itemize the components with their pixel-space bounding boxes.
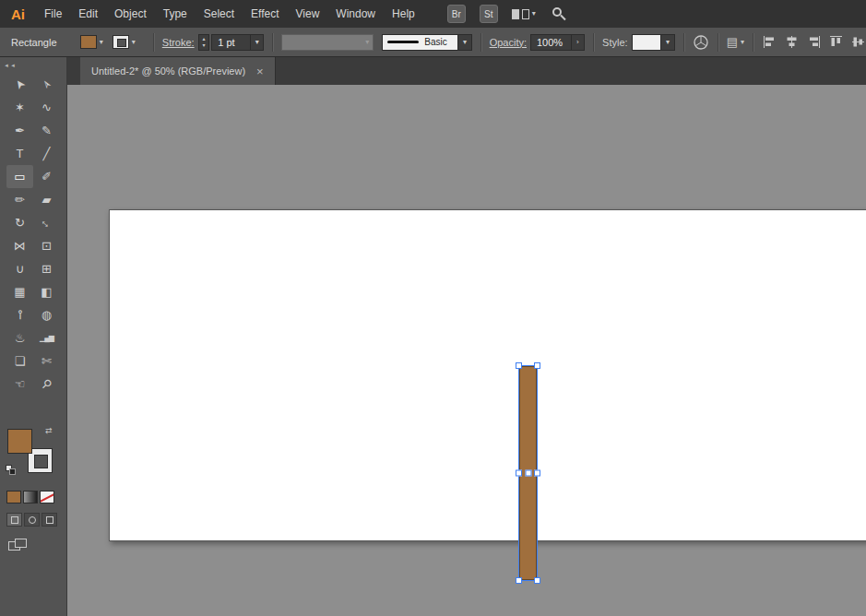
change-screen-mode-button[interactable] <box>8 539 29 551</box>
align-top-button[interactable] <box>828 34 844 50</box>
screen-mode-icon <box>15 539 27 548</box>
direct-selection-icon: ➢ <box>39 77 54 91</box>
opacity-field[interactable]: 100% <box>530 34 572 51</box>
stroke-weight-field[interactable]: 1 pt <box>211 34 251 51</box>
free-transform-icon: ⊡ <box>42 240 52 252</box>
selection-tool[interactable]: ➤ <box>6 73 33 96</box>
hand-tool[interactable]: ☜ <box>6 373 33 396</box>
gradient-icon: ◧ <box>41 286 52 298</box>
free-transform-tool[interactable]: ⊡ <box>33 234 60 257</box>
graphic-style-dropdown[interactable] <box>632 34 662 51</box>
stepper-down-icon: ▾ <box>202 42 205 49</box>
selection-handle-bottom-right[interactable] <box>534 577 540 584</box>
canvas-area[interactable] <box>67 85 866 616</box>
align-right-button[interactable] <box>806 34 822 50</box>
align-center-button[interactable] <box>784 34 800 50</box>
selection-handle-middle-right[interactable] <box>534 470 540 477</box>
hand-icon: ☜ <box>15 378 26 390</box>
fill-color-dropdown[interactable]: ▾ <box>80 35 103 49</box>
width-tool[interactable]: ⋈ <box>6 234 33 257</box>
stroke-weight-stepper[interactable]: ▴ ▾ <box>198 34 210 51</box>
fill-color-indicator[interactable] <box>7 429 32 454</box>
symbol-sprayer-tool[interactable]: ♨ <box>6 326 33 349</box>
opacity-dropdown-button[interactable]: › <box>572 34 585 51</box>
recolor-artwork-button[interactable] <box>693 34 709 51</box>
lasso-tool[interactable]: ∿ <box>33 96 60 119</box>
menu-type[interactable]: Type <box>155 7 196 20</box>
document-tab[interactable]: Untitled-2* @ 50% (RGB/Preview) × <box>80 57 276 85</box>
stroke-color-dropdown[interactable]: ▾ <box>113 35 136 49</box>
type-tool[interactable]: T <box>6 142 33 165</box>
opacity-panel-link[interactable]: Opacity: <box>490 37 527 48</box>
zoom-tool[interactable]: ⚲ <box>33 373 60 396</box>
direct-selection-tool[interactable]: ➢ <box>33 73 60 96</box>
selection-handle-middle-left[interactable] <box>516 470 522 477</box>
selection-handle-bottom-left[interactable] <box>516 577 522 584</box>
color-button[interactable] <box>6 491 21 503</box>
pen-tool[interactable]: ✒ <box>6 119 33 142</box>
arrange-documents-button[interactable]: ▾ <box>512 9 536 19</box>
menu-select[interactable]: Select <box>196 7 243 20</box>
align-vertical-center-button[interactable] <box>850 34 866 50</box>
color-wheel-icon <box>693 34 709 51</box>
selection-handle-center[interactable] <box>525 470 531 477</box>
draw-normal-button[interactable] <box>6 513 22 527</box>
rectangle-tool[interactable]: ▭ <box>6 165 33 188</box>
drawing-mode-buttons <box>6 513 66 527</box>
bridge-button[interactable]: Br <box>447 5 466 23</box>
brush-definition-dropdown[interactable]: Basic <box>382 34 458 51</box>
arrange-documents-icon <box>512 9 519 19</box>
shaper-tool[interactable]: ✏ <box>6 188 33 211</box>
menu-view[interactable]: View <box>288 7 328 20</box>
eraser-tool[interactable]: ▰ <box>33 188 60 211</box>
document-setup-button[interactable]: ▤ ▾ <box>727 35 744 49</box>
menu-file[interactable]: File <box>36 7 70 20</box>
line-segment-tool[interactable]: ╱ <box>33 142 60 165</box>
column-graph-icon: ▁▄▆ <box>40 335 53 342</box>
menu-help[interactable]: Help <box>384 7 423 20</box>
selected-rectangle[interactable] <box>518 365 538 581</box>
stroke-panel-link[interactable]: Stroke: <box>162 37 195 48</box>
search-icon <box>560 15 565 20</box>
curvature-tool[interactable]: ✎ <box>33 119 60 142</box>
menu-edit[interactable]: Edit <box>70 7 106 20</box>
menu-effect[interactable]: Effect <box>243 7 287 20</box>
stock-button[interactable]: St <box>480 5 498 23</box>
brush-dropdown-button[interactable]: ▾ <box>458 34 471 51</box>
none-button[interactable] <box>40 491 54 503</box>
draw-behind-button[interactable] <box>24 513 40 527</box>
draw-inside-button[interactable] <box>42 513 57 527</box>
selection-handle-top-left[interactable] <box>516 362 522 369</box>
mesh-tool[interactable]: ▦ <box>6 280 33 303</box>
slice-tool[interactable]: ✄ <box>33 349 60 373</box>
rotate-tool[interactable]: ↻ <box>6 211 33 234</box>
chevron-down-icon: ▾ <box>132 39 136 46</box>
default-fill-stroke-button[interactable] <box>6 465 18 478</box>
artboard-tool[interactable]: ❏ <box>6 349 33 373</box>
artboard[interactable] <box>109 209 866 541</box>
close-tab-icon[interactable]: × <box>256 65 264 78</box>
menu-window[interactable]: Window <box>327 7 384 20</box>
stroke-weight-dropdown-button[interactable]: ▾ <box>251 34 264 51</box>
align-left-button[interactable] <box>762 34 777 50</box>
style-dropdown-button[interactable]: ▾ <box>661 34 674 51</box>
collapse-panel-button[interactable]: ◄◄ <box>0 57 66 68</box>
chevron-down-icon: ▾ <box>741 39 744 46</box>
shape-builder-tool[interactable]: ∪ <box>6 257 33 280</box>
gradient-tool[interactable]: ◧ <box>33 280 60 303</box>
brush-stroke-preview <box>387 41 419 43</box>
swap-fill-stroke-icon[interactable]: ⇄ <box>45 426 53 435</box>
perspective-grid-tool[interactable]: ⊞ <box>33 257 60 280</box>
blend-tool[interactable]: ◍ <box>33 303 60 326</box>
selection-handle-top-right[interactable] <box>534 362 540 369</box>
divider <box>272 33 273 52</box>
eyedropper-tool[interactable]: ⊸ <box>6 303 33 326</box>
search-button[interactable] <box>550 5 568 23</box>
gradient-button[interactable] <box>23 491 38 503</box>
column-graph-tool[interactable]: ▁▄▆ <box>33 326 60 349</box>
scale-tool[interactable]: ↔ <box>33 211 60 234</box>
paintbrush-tool[interactable]: ✐ <box>33 165 60 188</box>
menu-object[interactable]: Object <box>106 7 155 20</box>
magic-wand-tool[interactable]: ✶ <box>6 96 33 119</box>
divider <box>718 33 718 52</box>
